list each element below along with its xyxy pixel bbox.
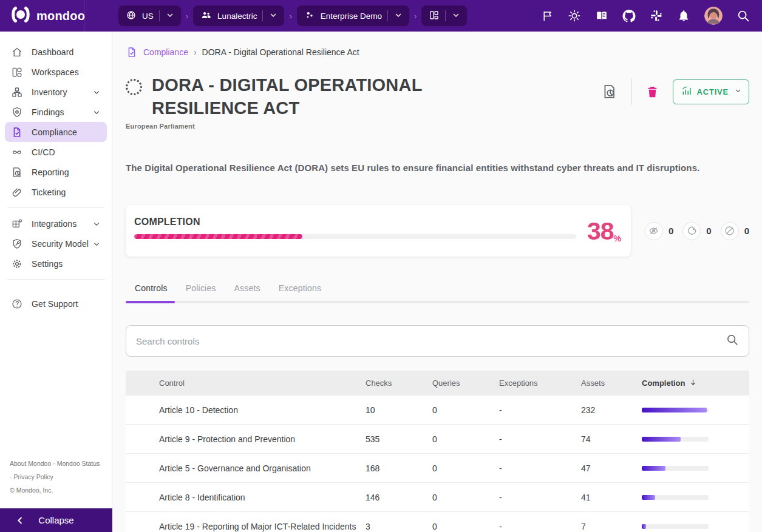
report-icon[interactable] <box>601 83 618 100</box>
integrations-icon <box>11 218 23 230</box>
sidebar-item-findings[interactable]: Findings <box>5 102 107 122</box>
sidebar-item-security-model[interactable]: Security Model <box>5 234 107 254</box>
sidebar-nav: Dashboard Workspaces Inventory Findings <box>0 32 112 314</box>
chevron-down-icon[interactable] <box>268 10 278 22</box>
chevron-down-icon[interactable] <box>165 10 175 22</box>
cell-checks: 535 <box>366 434 432 444</box>
completion-percent-unit: % <box>614 234 621 243</box>
organization-selector[interactable]: Lunalectric <box>193 5 284 26</box>
breadcrumb: Compliance › DORA - Digital Operational … <box>126 46 749 58</box>
column-header-completion[interactable]: Completion <box>642 378 749 389</box>
chevron-down-icon[interactable] <box>91 107 102 118</box>
table-row[interactable]: Article 19 - Reporting of Major ICT-Rela… <box>126 512 749 532</box>
sidebar-item-label: Dashboard <box>32 47 73 57</box>
sidebar-item-reporting[interactable]: Reporting <box>5 162 107 182</box>
row-completion-track <box>642 437 709 442</box>
sidebar-item-settings[interactable]: Settings <box>5 254 107 274</box>
cell-control: Article 10 - Detection <box>126 405 366 415</box>
mondoo-status-link[interactable]: Mondoo Status <box>57 460 100 467</box>
column-header-queries[interactable]: Queries <box>432 379 499 388</box>
cell-assets: 7 <box>581 522 642 531</box>
main-content: Compliance › DORA - Digital Operational … <box>113 32 762 532</box>
cell-checks: 3 <box>366 522 432 531</box>
sidebar-item-cicd[interactable]: CI/CD <box>5 142 107 162</box>
github-icon[interactable] <box>622 9 636 22</box>
row-completion-fill <box>642 466 665 471</box>
search-icon[interactable] <box>726 333 739 349</box>
block-icon[interactable] <box>721 222 739 240</box>
chevron-down-icon[interactable] <box>91 218 102 229</box>
column-header-checks[interactable]: Checks <box>366 379 432 388</box>
paperclip-icon <box>11 186 23 198</box>
space-selector[interactable]: Enterprise Demo <box>297 5 409 26</box>
tab-exceptions[interactable]: Exceptions <box>270 283 330 301</box>
chevron-down-icon[interactable] <box>393 10 403 22</box>
cell-queries: 0 <box>432 405 499 415</box>
privacy-policy-link[interactable]: Privacy Policy <box>13 473 53 480</box>
sidebar-item-dashboard[interactable]: Dashboard <box>5 42 107 62</box>
table-row[interactable]: Article 5 - Governance and Organisation … <box>126 454 749 483</box>
column-header-control[interactable]: Control <box>126 379 366 388</box>
counter-out-of-scope: 0 <box>645 222 673 240</box>
header-actions: ACTIVE <box>601 78 749 105</box>
tab-assets[interactable]: Assets <box>225 283 270 301</box>
tab-policies[interactable]: Policies <box>177 283 225 301</box>
mondoo-logo-icon <box>10 6 32 25</box>
column-header-exceptions[interactable]: Exceptions <box>499 379 581 388</box>
region-selector[interactable]: US <box>118 5 181 26</box>
report-pie-icon <box>11 166 23 178</box>
snooze-moon-icon[interactable] <box>682 222 701 240</box>
light-mode-icon[interactable] <box>568 9 581 22</box>
column-header-assets[interactable]: Assets <box>581 379 642 388</box>
flag-icon[interactable] <box>540 9 554 22</box>
cell-control: Article 5 - Governance and Organisation <box>126 463 366 473</box>
workspace-grid-icon <box>429 10 440 22</box>
sidebar-item-inventory[interactable]: Inventory <box>5 82 107 102</box>
topbar-breadcrumb-arrow: › <box>183 12 191 21</box>
sidebar-item-compliance[interactable]: Compliance <box>5 122 107 142</box>
slack-icon[interactable] <box>650 9 663 22</box>
docs-book-icon[interactable] <box>595 9 608 22</box>
chevron-down-icon[interactable] <box>91 238 102 249</box>
search-controls-input[interactable] <box>136 336 726 346</box>
search-icon[interactable] <box>736 9 750 22</box>
page-title: DORA - DIGITAL OPERATIONAL RESILIENCE AC… <box>152 73 474 120</box>
trash-icon[interactable] <box>645 85 659 99</box>
sidebar-item-get-support[interactable]: Get Support <box>5 294 107 314</box>
notifications-bell-icon[interactable] <box>677 9 690 22</box>
cell-checks: 10 <box>366 405 432 415</box>
cell-queries: 0 <box>432 493 499 502</box>
row-completion-fill <box>642 437 681 442</box>
chevron-down-icon <box>733 86 743 98</box>
pill-divider <box>262 10 263 21</box>
sidebar-item-ticketing[interactable]: Ticketing <box>5 182 107 202</box>
about-mondoo-link[interactable]: About Mondoo <box>10 460 51 467</box>
row-completion-track <box>642 466 709 471</box>
counter-count: 0 <box>744 226 749 236</box>
eye-off-icon[interactable] <box>645 222 663 240</box>
mondoo-logo[interactable]: mondoo <box>0 6 84 25</box>
sidebar-item-label: Compliance <box>32 127 77 137</box>
cell-control: Article 9 - Protection and Prevention <box>126 434 366 444</box>
workspace-selector[interactable] <box>421 5 467 26</box>
mondoo-logo-text: mondoo <box>36 9 85 23</box>
sidebar-item-integrations[interactable]: Integrations <box>5 214 107 234</box>
framework-description: The Digital Operational Resilience Act (… <box>126 163 749 173</box>
counter-snoozed: 0 <box>682 222 711 240</box>
breadcrumb-compliance-link[interactable]: Compliance <box>143 47 188 57</box>
tabs: Controls Policies Assets Exceptions <box>126 283 749 303</box>
sidebar-footer: About Mondoo · Mondoo Status · Privacy P… <box>10 457 102 497</box>
chevron-down-icon[interactable] <box>91 87 102 98</box>
collapse-sidebar-button[interactable]: Collapse <box>0 508 112 532</box>
table-row[interactable]: Article 8 - Identification 146 0 - 41 <box>126 483 749 512</box>
home-icon <box>11 46 23 58</box>
row-completion-track <box>642 408 709 412</box>
chevron-down-icon[interactable] <box>451 10 461 22</box>
cell-exceptions: - <box>499 493 581 502</box>
table-row[interactable]: Article 10 - Detection 10 0 - 232 <box>126 396 749 425</box>
tab-controls[interactable]: Controls <box>126 283 177 301</box>
status-dropdown-button[interactable]: ACTIVE <box>673 79 749 104</box>
sidebar-item-workspaces[interactable]: Workspaces <box>5 62 107 82</box>
user-avatar[interactable] <box>704 7 723 25</box>
table-row[interactable]: Article 9 - Protection and Prevention 53… <box>126 425 749 454</box>
